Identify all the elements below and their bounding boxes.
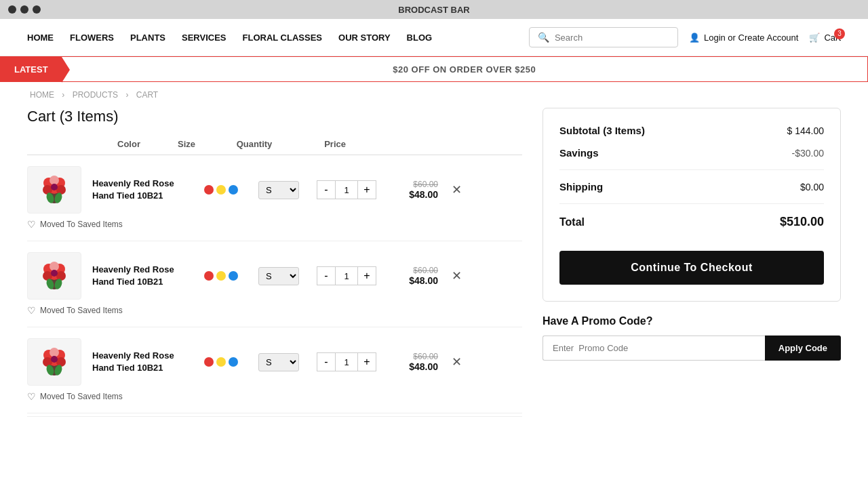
item-quantity: - 1 + (309, 180, 384, 199)
size-select[interactable]: SML (258, 353, 299, 371)
qty-decrease-btn[interactable]: - (317, 266, 336, 285)
account-link[interactable]: 👤 Login or Create Account (689, 33, 798, 43)
promo-row: Apply Code (542, 336, 841, 361)
qty-value: 1 (336, 352, 357, 371)
search-input[interactable] (555, 33, 669, 43)
apply-code-button[interactable]: Apply Code (765, 336, 841, 361)
svg-point-15 (56, 271, 66, 281)
heart-icon: ♡ (27, 219, 36, 230)
size-select[interactable]: SML (258, 181, 299, 199)
remove-item-btn[interactable]: ✕ (449, 182, 465, 197)
subtotal-value: $ 144.00 (787, 125, 825, 136)
savings-row: Savings -$30.00 (559, 147, 824, 159)
cart-link[interactable]: 🛒 3 Cart (809, 33, 841, 43)
promo-section: Have A Promo Code? Apply Code (542, 315, 841, 361)
shipping-row: Shipping $0.00 (559, 181, 824, 192)
color-dot-red (204, 185, 214, 195)
svg-point-17 (51, 270, 58, 277)
original-price: $60.00 (384, 180, 438, 189)
size-select[interactable]: SML (258, 267, 299, 285)
total-row: Total $510.00 (559, 215, 824, 229)
qty-increase-btn[interactable]: + (357, 266, 376, 285)
item-name: Heavenly Red Rose Hand Tied 10B21 (92, 350, 187, 374)
item-colors (194, 357, 248, 367)
qty-decrease-btn[interactable]: - (317, 180, 336, 199)
svg-point-6 (50, 176, 59, 185)
nav-home[interactable]: HOME (27, 33, 54, 43)
search-bar[interactable]: 🔍 (529, 27, 678, 47)
summary-divider-2 (559, 203, 824, 204)
sale-price: $48.00 (384, 275, 438, 286)
item-price: $60.00 $48.00 (384, 180, 438, 200)
title-bar: BRODCAST BAR (0, 0, 868, 19)
item-size[interactable]: SML (248, 267, 309, 285)
checkout-button[interactable]: Continue To Checkout (559, 251, 824, 285)
cart-item: Heavenly Red Rose Hand Tied 10B21 SML - … (27, 327, 522, 413)
item-colors (194, 271, 248, 281)
breadcrumb-cart[interactable]: CART (136, 90, 158, 100)
svg-point-5 (56, 185, 66, 195)
qty-increase-btn[interactable]: + (357, 352, 376, 371)
breadcrumb: HOME › PRODUCTS › CART (0, 82, 868, 108)
saved-row: ♡ Moved To Saved Items (27, 305, 522, 316)
promo-input[interactable] (542, 336, 765, 361)
search-icon: 🔍 (538, 32, 549, 43)
dot-3 (33, 5, 41, 14)
cart-item-row: Heavenly Red Rose Hand Tied 10B21 SML - … (27, 252, 522, 300)
item-colors (194, 185, 248, 195)
cart-items-list: Heavenly Red Rose Hand Tied 10B21 SML - … (27, 155, 522, 413)
nav-links: HOME FLOWERS PLANTS SERVICES FLORAL CLAS… (27, 33, 529, 43)
nav-blog[interactable]: BLOG (407, 33, 433, 43)
color-dot-blue (229, 271, 238, 281)
qty-decrease-btn[interactable]: - (317, 352, 336, 371)
color-dot-yellow (216, 357, 226, 367)
svg-point-14 (43, 271, 52, 281)
cart-title: Cart (3 Items) (27, 108, 522, 125)
shipping-value: $0.00 (800, 182, 824, 192)
saved-label[interactable]: Moved To Saved Items (40, 392, 123, 401)
item-quantity: - 1 + (309, 352, 384, 371)
nav-our-story[interactable]: OUR STORY (338, 33, 391, 43)
navigation: HOME FLOWERS PLANTS SERVICES FLORAL CLAS… (0, 19, 868, 56)
cart-divider (27, 416, 522, 417)
sale-price: $48.00 (384, 189, 438, 200)
summary-panel: Subtotal (3 Items) $ 144.00 Savings -$30… (542, 108, 841, 420)
saved-label[interactable]: Moved To Saved Items (40, 306, 123, 315)
col-header-color: Color (102, 139, 156, 149)
subtotal-label: Subtotal (3 Items) (559, 125, 645, 136)
remove-item-btn[interactable]: ✕ (449, 354, 465, 369)
col-header-qty: Quantity (217, 139, 292, 149)
qty-value: 1 (336, 266, 357, 285)
color-dot-red (204, 271, 214, 281)
cart-item: Heavenly Red Rose Hand Tied 10B21 SML - … (27, 155, 522, 241)
breadcrumb-home[interactable]: HOME (30, 90, 54, 100)
nav-flowers[interactable]: FLOWERS (70, 33, 114, 43)
qty-value: 1 (336, 180, 357, 199)
total-value: $510.00 (780, 215, 824, 229)
item-name: Heavenly Red Rose Hand Tied 10B21 (92, 178, 187, 202)
cart-item-row: Heavenly Red Rose Hand Tied 10B21 SML - … (27, 338, 522, 386)
cart-item: Heavenly Red Rose Hand Tied 10B21 SML - … (27, 241, 522, 327)
svg-point-25 (56, 357, 66, 367)
item-size[interactable]: SML (248, 181, 309, 199)
account-icon: 👤 (689, 33, 700, 43)
cart-badge: 3 (834, 28, 845, 39)
qty-increase-btn[interactable]: + (357, 180, 376, 199)
nav-services[interactable]: SERVICES (182, 33, 226, 43)
remove-item-btn[interactable]: ✕ (449, 268, 465, 283)
svg-point-24 (43, 357, 52, 367)
item-image (27, 166, 81, 214)
item-price: $60.00 $48.00 (384, 266, 438, 286)
svg-point-16 (50, 262, 59, 271)
breadcrumb-products[interactable]: PRODUCTS (73, 90, 118, 100)
col-header-price: Price (292, 139, 346, 149)
item-size[interactable]: SML (248, 353, 309, 371)
window-dots (8, 5, 41, 14)
saved-label[interactable]: Moved To Saved Items (40, 220, 123, 229)
cart-section: Cart (3 Items) Color Size Quantity Price (27, 108, 522, 420)
nav-floral-classes[interactable]: FLORAL CLASSES (243, 33, 323, 43)
svg-point-4 (43, 185, 52, 195)
savings-label: Savings (559, 147, 599, 159)
subtotal-row: Subtotal (3 Items) $ 144.00 (559, 125, 824, 136)
nav-plants[interactable]: PLANTS (130, 33, 165, 43)
